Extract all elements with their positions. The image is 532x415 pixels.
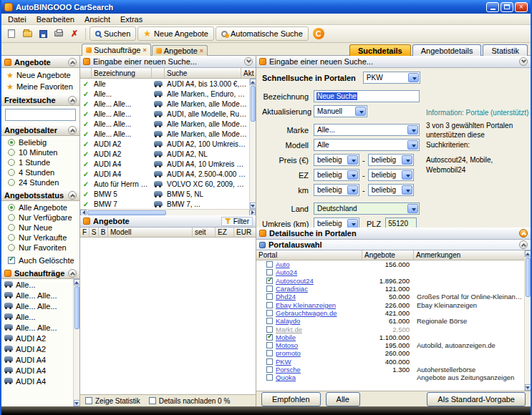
searches-hscrollbar[interactable] <box>80 209 256 215</box>
search-row[interactable]: ✓ AUDI A4 AUDI A4, 10 Umkreis um PLZ 55.… <box>80 159 249 169</box>
umkreis-select[interactable]: beliebig <box>314 218 359 228</box>
radio-icon[interactable] <box>8 234 15 241</box>
radio-icon[interactable] <box>8 169 15 176</box>
portal-row[interactable]: Mobile 1.100.000 <box>256 333 524 341</box>
search-row[interactable]: ✓ Alle AUDI A4, bis 13.000 €, ab 2006, .… <box>80 79 249 89</box>
scroll-up-arrow[interactable] <box>74 279 80 285</box>
radio-icon[interactable] <box>8 179 15 186</box>
section-header-angebotsstatus[interactable]: Angebotsstatus <box>1 189 79 201</box>
scroll-thumb[interactable] <box>87 210 166 215</box>
column-akt[interactable]: Akt <box>241 68 256 78</box>
column-bezeichnung[interactable]: Bezeichnung <box>92 68 152 78</box>
modell-select[interactable]: Alle <box>314 139 420 151</box>
radio-icon[interactable] <box>8 159 15 166</box>
portal-link[interactable]: promoto <box>276 349 362 357</box>
save-icon[interactable] <box>36 27 50 41</box>
portal-link[interactable]: Ebay Kleinanzeigen <box>276 301 362 309</box>
search-row[interactable]: ✓ Alle... Alle... Alle Marken, alle Mode… <box>80 99 249 109</box>
portal-checkbox[interactable] <box>266 293 273 300</box>
scroll-down-arrow[interactable] <box>525 384 531 391</box>
portal-checkbox[interactable] <box>266 334 273 341</box>
portal-link[interactable]: Mobile <box>276 333 362 341</box>
portal-row[interactable]: PKW 400.000 <box>256 358 524 366</box>
km-von-select[interactable]: beliebig <box>314 184 359 196</box>
search-row[interactable]: ✓ Alle... Alle Marken., Enduro, DE <box>80 89 249 99</box>
section-header-suchauftraege[interactable]: Suchaufträge <box>1 267 79 279</box>
column-angebote[interactable]: Angebote <box>362 250 414 260</box>
scroll-up-arrow[interactable] <box>525 250 531 257</box>
checkbox-icon[interactable] <box>85 397 92 404</box>
column-ez[interactable]: EZ <box>216 228 234 237</box>
suchauftrag-list-item[interactable]: AUDI A4 <box>1 354 73 365</box>
category-select[interactable]: PKW <box>363 72 420 84</box>
portal-checkbox[interactable] <box>266 318 273 324</box>
alle-button[interactable]: Alle <box>326 392 360 406</box>
suchauftrag-list-item[interactable]: AUDI A4 <box>1 365 73 376</box>
radio-icon[interactable] <box>8 149 15 156</box>
ez-von-select[interactable]: beliebig <box>314 169 359 181</box>
collapse-panel-icon[interactable] <box>519 57 528 66</box>
portal-row[interactable]: Markt.de 2.500 <box>256 325 524 333</box>
scroll-thumb[interactable] <box>526 258 531 297</box>
search-row[interactable]: ✓ Alle... Alle... Alle Marken, alle Mode… <box>80 119 249 129</box>
collapse-section-icon[interactable] <box>68 58 77 67</box>
search-row[interactable]: ✓ Auto für Herrn Meusel VOLVO XC 60, 200… <box>80 179 249 189</box>
portal-link[interactable]: Auto24 <box>276 268 362 276</box>
details-nachladen-checkbox-row[interactable]: Details nachladen 0 % <box>149 397 231 405</box>
minimize-button[interactable] <box>486 2 499 12</box>
suchauftrag-list-item[interactable]: Alle... Alle... <box>1 290 73 301</box>
column-modell[interactable]: Modell <box>108 228 193 237</box>
column-seit[interactable]: seit <box>193 228 216 237</box>
collapse-panel-icon[interactable] <box>519 229 528 238</box>
print-icon[interactable] <box>52 27 66 41</box>
column-f[interactable]: F <box>80 228 90 237</box>
scroll-down-arrow[interactable] <box>250 202 256 209</box>
filter-control[interactable]: Filter <box>221 217 253 226</box>
radio-icon[interactable] <box>8 204 15 211</box>
portal-checkbox[interactable] <box>266 310 273 316</box>
checkbox-icon[interactable] <box>8 257 15 264</box>
collapse-panel-icon[interactable] <box>244 57 253 66</box>
suchauftrag-list-item[interactable]: Alle... Alle... <box>1 301 73 311</box>
section-header-angebotsalter[interactable]: Angebotsalter <box>1 124 79 136</box>
zeige-statistik-checkbox-row[interactable]: Zeige Statistik <box>85 397 140 405</box>
search-row[interactable]: ✓ BMW 5 BMW 5, NL <box>80 189 249 199</box>
portal-row[interactable]: Auto24 <box>256 268 524 276</box>
sidebar-item-meine-favoriten[interactable]: ★ Meine Favoriten <box>1 81 79 92</box>
portal-link[interactable]: Porsche <box>276 366 362 374</box>
angebotsstatus-radio-option[interactable]: Nur Verkaufte <box>1 233 79 243</box>
column-anmerkungen[interactable]: Anmerkungen <box>414 250 524 260</box>
portal-link[interactable]: Markt.de <box>276 326 362 333</box>
portal-checkbox[interactable] <box>266 374 273 381</box>
portal-link[interactable]: Motoso <box>276 341 362 349</box>
angebotsalter-radio-option[interactable]: 1 Stunde <box>1 157 79 167</box>
maximize-button[interactable] <box>500 2 513 12</box>
angebotsstatus-radio-option[interactable]: Nur Favoriten <box>1 243 79 253</box>
portal-row[interactable]: Autoscout24 1.896.200 <box>256 277 524 285</box>
sidebar-scrollbar[interactable] <box>73 279 79 406</box>
collapse-section-icon[interactable] <box>68 96 77 104</box>
portal-row[interactable]: Caradisiac 121.000 <box>256 285 524 293</box>
suchauftrag-list-item[interactable]: Alle... <box>1 311 73 322</box>
column-eur[interactable]: EUR <box>234 228 256 237</box>
tab-angebote[interactable]: Angebote × <box>152 45 208 56</box>
portal-link[interactable]: Kalaydo <box>276 317 362 325</box>
neue-angebote-toolbar-button[interactable]: ★ Neue Angebote <box>137 26 214 41</box>
angebotsalter-radio-option[interactable]: Beliebig <box>1 137 79 147</box>
empfohlen-button[interactable]: Empfohlen <box>261 392 321 406</box>
radio-icon[interactable] <box>8 139 15 146</box>
new-document-icon[interactable] <box>4 27 19 41</box>
portal-checkbox[interactable] <box>266 358 273 365</box>
suchauftrag-list-item[interactable]: AUDI A2 <box>1 343 73 354</box>
portal-checkbox[interactable] <box>266 302 273 308</box>
portal-selection-header[interactable]: Portalauswahl <box>256 240 531 250</box>
portal-checkbox[interactable] <box>266 285 273 292</box>
suchauftrag-list-item[interactable]: AUDI A4 <box>1 376 73 386</box>
plz-input[interactable]: 55120 <box>385 218 417 228</box>
checkbox-icon[interactable] <box>149 397 156 404</box>
details-panel-header[interactable]: Eingabe einer neuen Suche... <box>256 56 531 68</box>
collapse-section-icon[interactable] <box>68 269 77 278</box>
portal-link[interactable]: Dhd24 <box>276 293 362 301</box>
land-select[interactable]: Deutschland <box>314 202 420 215</box>
detail-search-header[interactable]: Detailsuche in Portalen <box>256 228 531 240</box>
